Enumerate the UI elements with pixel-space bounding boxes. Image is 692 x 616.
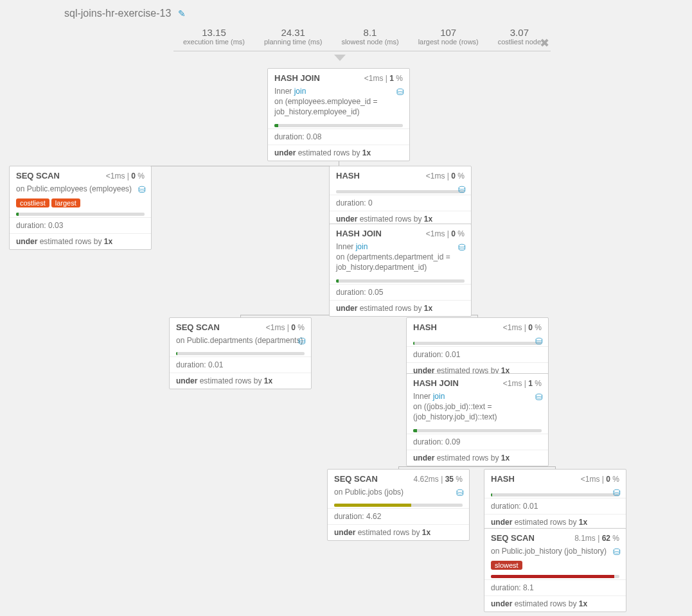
node-body: ⛁on Public.employees (employees) xyxy=(10,182,151,198)
duration-row: duration: 0.09 xyxy=(407,434,548,450)
metric-slowest: 8.1slowest node (ms) xyxy=(341,27,398,46)
badge-slowest: slowest xyxy=(491,561,522,570)
node-hash-join-3[interactable]: HASH JOIN<1ms | 1 %⛁Inner joinon ((jobs.… xyxy=(406,373,549,466)
database-icon: ⛁ xyxy=(396,86,404,98)
duration-bar xyxy=(491,493,619,497)
duration-bar xyxy=(413,342,542,345)
chevron-down-icon xyxy=(334,55,346,61)
database-icon: ⛁ xyxy=(458,184,466,196)
node-stats: <1ms | 0 % xyxy=(581,475,619,484)
node-seq-scan-jobs[interactable]: SEQ SCAN4.62ms | 35 %⛁on Public.jobs (jo… xyxy=(327,469,470,541)
estimate-row: under estimated rows by 1x xyxy=(10,233,151,249)
node-body: ⛁on Public.departments (departments) xyxy=(170,334,311,349)
node-body: ⛁ xyxy=(484,486,626,491)
node-stats: 8.1ms | 62 % xyxy=(574,534,619,543)
estimate-row: under estimated rows by 1x xyxy=(328,524,469,540)
duration-bar xyxy=(336,279,465,283)
duration-row: duration: 0.01 xyxy=(170,356,311,373)
node-stats: <1ms | 0 % xyxy=(266,323,305,332)
node-body: ⛁Inner joinon (departments.department_id… xyxy=(330,240,471,277)
node-stats: <1ms | 1 % xyxy=(503,379,542,388)
duration-bar xyxy=(413,429,542,432)
node-stats: <1ms | 0 % xyxy=(503,323,542,332)
duration-bar xyxy=(274,124,403,127)
estimate-row: under estimated rows by 1x xyxy=(330,300,471,316)
node-title: SEQ SCAN xyxy=(491,533,535,543)
database-icon: ⛁ xyxy=(456,487,464,499)
database-icon: ⛁ xyxy=(535,391,543,403)
node-seq-scan-employees[interactable]: SEQ SCAN<1ms | 0 %⛁on Public.employees (… xyxy=(9,166,152,250)
node-stats: <1ms | 0 % xyxy=(426,172,465,180)
node-hash-join-root[interactable]: HASH JOIN<1ms | 1 %⛁Inner joinon (employ… xyxy=(267,68,410,161)
node-body: ⛁ xyxy=(330,182,471,188)
node-title: HASH xyxy=(413,322,437,332)
node-title: HASH JOIN xyxy=(336,229,382,238)
duration-bar xyxy=(336,190,465,193)
node-hash-2[interactable]: HASH<1ms | 0 %⛁duration: 0.01under estim… xyxy=(406,317,549,379)
metric-execution: 13.15execution time (ms) xyxy=(183,27,245,46)
duration-bar xyxy=(491,575,619,578)
node-seq-scan-departments[interactable]: SEQ SCAN<1ms | 0 %⛁on Public.departments… xyxy=(169,317,312,389)
badge-largest: largest xyxy=(51,198,80,207)
estimate-row: under estimated rows by 1x xyxy=(407,450,548,466)
node-hash-3[interactable]: HASH<1ms | 0 %⛁duration: 0.01under estim… xyxy=(484,469,626,531)
node-body: ⛁on Public.job_history (job_history) xyxy=(484,545,626,560)
estimate-row: under estimated rows by 1x xyxy=(170,373,311,389)
node-title: HASH xyxy=(336,171,360,180)
node-body: ⛁Inner joinon (employees.employee_id = j… xyxy=(268,85,409,121)
duration-row: duration: 0.01 xyxy=(484,498,626,514)
node-title: HASH JOIN xyxy=(413,378,459,388)
duration-bar xyxy=(334,504,463,507)
node-hash-1[interactable]: HASH<1ms | 0 %⛁duration: 0under estimate… xyxy=(329,166,472,227)
node-stats: 4.62ms | 35 % xyxy=(413,475,463,484)
metrics-bar: 13.15execution time (ms) 24.31planning t… xyxy=(173,27,551,51)
duration-bar xyxy=(16,213,145,216)
node-title: SEQ SCAN xyxy=(176,322,220,332)
metric-planning: 24.31planning time (ms) xyxy=(264,27,322,46)
database-icon: ⛁ xyxy=(298,335,306,348)
metric-costliest: 3.07costliest node xyxy=(498,27,541,46)
node-stats: <1ms | 1 % xyxy=(364,74,403,83)
duration-row: duration: 0.03 xyxy=(10,217,151,233)
duration-bar xyxy=(176,352,305,355)
node-title: SEQ SCAN xyxy=(334,474,378,484)
node-title: SEQ SCAN xyxy=(16,171,60,180)
page-title: sql-joins-hr-exercise-13 ✎ xyxy=(64,8,186,19)
database-icon: ⛁ xyxy=(458,242,466,254)
duration-row: duration: 0 xyxy=(330,195,471,211)
duration-row: duration: 0.08 xyxy=(268,128,409,145)
node-body: ⛁on Public.jobs (jobs) xyxy=(328,486,469,501)
duration-row: duration: 8.1 xyxy=(484,579,626,595)
duration-row: duration: 0.01 xyxy=(407,346,548,362)
node-seq-scan-job-history[interactable]: SEQ SCAN8.1ms | 62 %⛁on Public.job_histo… xyxy=(484,528,626,612)
node-stats: <1ms | 0 % xyxy=(106,172,145,180)
duration-row: duration: 0.05 xyxy=(330,284,471,300)
node-hash-join-2[interactable]: HASH JOIN<1ms | 0 %⛁Inner joinon (depart… xyxy=(329,224,472,317)
node-title: HASH JOIN xyxy=(274,73,320,83)
duration-row: duration: 4.62 xyxy=(328,508,469,524)
node-title: HASH xyxy=(491,474,515,484)
node-body: ⛁ xyxy=(407,334,548,339)
database-icon: ⛁ xyxy=(138,184,146,196)
node-stats: <1ms | 0 % xyxy=(426,229,465,238)
estimate-row: under estimated rows by 1x xyxy=(268,145,409,161)
badge-costliest: costliest xyxy=(16,198,49,207)
estimate-row: under estimated rows by 1x xyxy=(484,595,626,612)
database-icon: ⛁ xyxy=(613,546,621,558)
metric-largest: 107largest node (rows) xyxy=(418,27,479,46)
database-icon: ⛁ xyxy=(613,487,621,499)
node-body: ⛁Inner joinon ((jobs.job_id)::text = (jo… xyxy=(407,390,548,427)
database-icon: ⛁ xyxy=(535,335,543,348)
close-icon[interactable]: ✖ xyxy=(540,36,549,50)
edit-icon[interactable]: ✎ xyxy=(178,8,186,19)
